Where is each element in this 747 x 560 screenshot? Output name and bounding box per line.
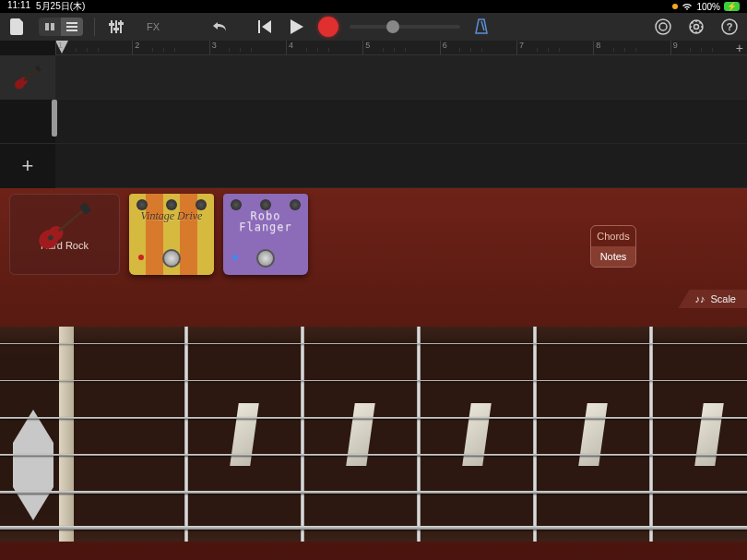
bar-marker[interactable]: 1 — [55, 41, 132, 54]
svg-rect-1 — [51, 23, 54, 30]
svg-rect-2 — [66, 22, 77, 24]
svg-rect-11 — [258, 20, 260, 33]
guitar-string[interactable] — [0, 454, 747, 456]
pedal-led-icon — [232, 255, 238, 260]
track-lane[interactable] — [55, 144, 747, 188]
loop-browser-button[interactable] — [653, 17, 673, 37]
fret-inlay-icon — [230, 403, 259, 466]
track-lanes[interactable] — [55, 55, 747, 188]
pedal-knob[interactable] — [260, 199, 271, 210]
add-section-button[interactable]: + — [736, 41, 743, 55]
guitar-icon — [11, 62, 43, 92]
battery-percent: 100% — [696, 2, 720, 12]
instrument-panel: Hard Rock Vintage Drive Robo Flanger Cho… — [0, 188, 747, 308]
svg-rect-3 — [66, 26, 77, 28]
guitar-string[interactable] — [0, 526, 747, 530]
pedal-knob[interactable] — [231, 199, 242, 210]
timeline-ruler[interactable]: 1 2 3 4 5 6 7 8 9 + — [55, 41, 747, 55]
bar-marker[interactable]: 8 — [593, 41, 670, 54]
pedal-label: Vintage Drive — [141, 210, 203, 221]
pedal-vintage-drive[interactable]: Vintage Drive — [129, 194, 214, 275]
fret-inlay-icon — [578, 403, 608, 466]
nut — [59, 327, 74, 542]
add-track-button[interactable]: + — [0, 144, 55, 188]
guitar-string[interactable] — [0, 417, 747, 419]
pedal-knob[interactable] — [196, 199, 207, 210]
fret-wire — [184, 327, 188, 542]
settings-button[interactable] — [686, 17, 706, 37]
bar-marker[interactable]: 3 — [209, 41, 286, 54]
browser-view-button[interactable] — [39, 18, 61, 36]
view-switcher[interactable] — [39, 18, 83, 36]
sound-preset-card[interactable]: Hard Rock — [9, 194, 120, 275]
main-toolbar: FX ? — [0, 13, 747, 41]
wifi-icon — [682, 2, 693, 11]
bar-marker[interactable]: 5 — [362, 41, 439, 54]
status-date: 5月25日(木) — [36, 0, 85, 13]
pedal-robo-flanger[interactable]: Robo Flanger — [223, 194, 308, 275]
play-button[interactable] — [287, 17, 307, 37]
pedal-label: Robo Flanger — [223, 210, 308, 232]
svg-rect-5 — [111, 20, 113, 33]
scale-button[interactable]: ♪♪ Scale — [678, 290, 747, 308]
record-button[interactable] — [318, 17, 338, 37]
status-time: 11:11 — [7, 0, 30, 13]
svg-rect-0 — [45, 23, 49, 30]
svg-rect-6 — [115, 20, 117, 33]
metronome-button[interactable] — [471, 17, 492, 37]
notes-mode-button[interactable]: Notes — [591, 246, 635, 267]
fx-button[interactable]: FX — [143, 17, 163, 37]
chords-mode-button[interactable]: Chords — [591, 226, 635, 246]
track-header-empty[interactable] — [0, 100, 55, 144]
svg-rect-25 — [58, 209, 86, 232]
guitar-string[interactable] — [0, 343, 747, 344]
play-mode-toggle[interactable]: Chords Notes — [590, 225, 636, 268]
pedal-led-icon — [138, 255, 144, 260]
guitar-string[interactable] — [0, 380, 747, 381]
fret-wire — [649, 327, 653, 542]
fret-inlay-icon — [694, 403, 724, 466]
my-songs-button[interactable] — [7, 17, 28, 37]
svg-rect-4 — [66, 30, 77, 31]
fret-inlay-icon — [346, 403, 375, 466]
pedal-knob[interactable] — [166, 199, 177, 210]
go-to-start-button[interactable] — [255, 17, 276, 37]
fret-wire — [533, 327, 537, 542]
bar-marker[interactable]: 7 — [516, 41, 593, 54]
bar-marker[interactable]: 6 — [440, 41, 516, 54]
guitar-neck[interactable] — [0, 327, 747, 542]
tracks-area: + — [0, 55, 747, 188]
svg-rect-10 — [118, 22, 124, 25]
bar-marker[interactable]: 4 — [286, 41, 362, 54]
battery-icon: ⚡ — [724, 2, 740, 11]
scale-label: Scale — [710, 293, 736, 304]
recording-indicator-icon — [672, 4, 678, 9]
track-header-guitar[interactable] — [0, 55, 55, 100]
fret-inlay-icon — [462, 403, 492, 466]
svg-text:?: ? — [727, 21, 733, 32]
master-volume-slider[interactable] — [350, 25, 460, 29]
svg-point-13 — [656, 19, 670, 34]
guitar-string[interactable] — [0, 491, 747, 494]
pedal-footswitch[interactable] — [256, 249, 275, 268]
status-bar: 11:11 5月25日(木) 100% ⚡ — [0, 0, 747, 13]
track-lane[interactable] — [55, 55, 747, 100]
svg-rect-9 — [113, 28, 119, 30]
music-note-icon: ♪♪ — [694, 293, 705, 304]
tracks-view-button[interactable] — [61, 18, 83, 36]
track-lane[interactable] — [55, 100, 747, 144]
bar-marker[interactable]: 2 — [132, 41, 208, 54]
help-button[interactable]: ? — [719, 17, 740, 37]
fretboard-area — [0, 308, 747, 560]
region-handle[interactable] — [52, 100, 57, 137]
fret-wire — [301, 327, 304, 542]
track-controls-button[interactable] — [106, 17, 126, 37]
pedal-knob[interactable] — [136, 199, 148, 210]
undo-button[interactable] — [211, 17, 231, 37]
fret-wire — [417, 327, 421, 542]
svg-rect-8 — [109, 23, 114, 26]
svg-line-12 — [481, 21, 484, 30]
pedal-knob[interactable] — [290, 199, 301, 210]
pedal-footswitch[interactable] — [162, 249, 181, 268]
headstock-plate-icon — [13, 410, 53, 520]
